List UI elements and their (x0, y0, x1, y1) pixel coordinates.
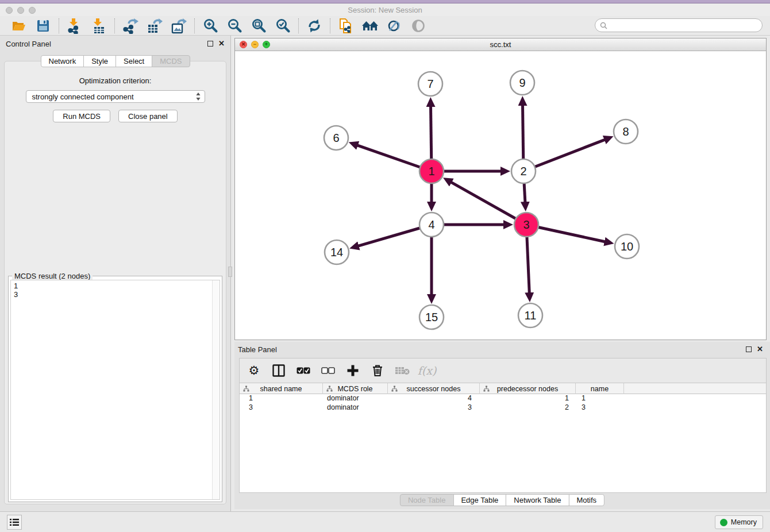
close-panel-button[interactable]: Close panel (118, 110, 178, 122)
gear-icon[interactable]: ⚙ (247, 363, 261, 378)
column-header-mcds-role[interactable]: MCDS role (323, 383, 388, 394)
toolbar-separator (330, 18, 330, 33)
mcds-result-title: MCDS result (2 nodes) (12, 272, 93, 280)
run-mcds-button[interactable]: Run MCDS (53, 110, 110, 122)
network-view-window: ✕ − + scc.txt 7968124314101511 (234, 38, 767, 340)
table-panel: Table Panel ✕ ⚙ (234, 342, 770, 509)
function-builder-icon[interactable]: f(x) (419, 363, 434, 378)
node-2[interactable]: 2 (511, 159, 536, 183)
task-history-button[interactable] (7, 515, 22, 530)
delete-table-icon[interactable] (395, 363, 410, 378)
export-table-icon[interactable] (146, 18, 163, 34)
svg-text:14: 14 (330, 246, 343, 259)
table-tab-node-table[interactable]: Node Table (400, 494, 454, 506)
table-tab-motifs[interactable]: Motifs (568, 494, 605, 506)
vertical-splitter-grip[interactable] (228, 267, 232, 277)
float-panel-icon[interactable] (207, 41, 213, 47)
zoom-in-icon[interactable] (202, 18, 219, 34)
edge-2-8[interactable] (523, 140, 605, 171)
table-tab-edge-table[interactable]: Edge Table (453, 494, 506, 506)
svg-text:3: 3 (523, 218, 529, 231)
toolbar-separator (194, 18, 195, 33)
network-window-title: scc.txt (235, 40, 766, 49)
export-image-icon[interactable] (170, 18, 187, 34)
table-row[interactable]: 3dominator323 (240, 403, 766, 413)
table-panel-tabs: Node TableEdge TableNetwork TableMotifs (400, 494, 605, 506)
export-network-icon[interactable] (122, 18, 139, 34)
toolbar-separator (59, 18, 59, 33)
control-panel-tabs: NetworkStyleSelectMCDS (40, 55, 190, 67)
node-6[interactable]: 6 (324, 126, 348, 150)
search-icon (600, 22, 607, 29)
deselect-all-icon[interactable] (321, 363, 336, 378)
attribute-type-icon (326, 385, 333, 392)
select-all-icon[interactable] (296, 363, 311, 378)
column-header-shared-name[interactable]: shared name (240, 383, 323, 394)
refresh-icon[interactable] (306, 18, 323, 34)
table-toolbar: ⚙ f(x) (240, 358, 766, 383)
select-chevrons-icon (195, 92, 201, 101)
list-icon (10, 518, 19, 526)
main-toolbar (0, 16, 770, 36)
clone-network-icon[interactable] (337, 18, 355, 34)
column-header-predecessor-nodes[interactable]: predecessor nodes (480, 383, 576, 394)
hide-panels-icon[interactable] (386, 18, 403, 34)
zoom-fit-icon[interactable] (250, 18, 267, 34)
tab-network[interactable]: Network (40, 55, 84, 67)
status-bar: Memory (0, 511, 770, 532)
search-input[interactable] (607, 20, 762, 30)
node-1[interactable]: 1 (419, 159, 444, 183)
network-graph-svg: 7968124314101511 (235, 51, 766, 340)
close-panel-icon[interactable]: ✕ (218, 41, 225, 47)
add-column-icon[interactable] (345, 363, 360, 378)
zoom-out-icon[interactable] (226, 18, 243, 34)
close-table-panel-icon[interactable]: ✕ (757, 346, 763, 352)
control-panel-title: Control Panel (6, 40, 51, 48)
tab-select[interactable]: Select (116, 55, 152, 67)
birdseye-icon[interactable] (410, 18, 427, 34)
save-session-icon[interactable] (34, 18, 52, 34)
mcds-result-area[interactable]: 1 3 (10, 280, 220, 500)
column-header-name[interactable]: name (576, 383, 624, 394)
memory-status-icon (720, 519, 727, 526)
node-15[interactable]: 15 (419, 305, 444, 329)
mcds-result-group: MCDS result (2 nodes) 1 3 (8, 276, 222, 502)
tab-style[interactable]: Style (83, 55, 116, 67)
svg-text:7: 7 (427, 78, 433, 90)
svg-text:2: 2 (520, 165, 526, 178)
svg-text:15: 15 (425, 311, 438, 323)
table-header-row: shared name MCDS role successor nodes pr… (240, 383, 766, 394)
node-9[interactable]: 9 (510, 71, 534, 95)
node-4[interactable]: 4 (419, 213, 444, 237)
result-scrollbar[interactable] (212, 280, 220, 499)
columns-icon[interactable] (271, 363, 286, 378)
table-row[interactable]: 1dominator411 (240, 394, 766, 403)
tab-mcds[interactable]: MCDS (152, 55, 190, 67)
node-11[interactable]: 11 (518, 303, 542, 327)
node-14[interactable]: 14 (325, 240, 349, 264)
import-network-icon[interactable] (66, 18, 83, 34)
float-table-panel-icon[interactable] (746, 346, 752, 352)
optimization-criterion-select[interactable]: strongly connected component (26, 90, 205, 103)
search-box[interactable] (595, 18, 763, 32)
node-8[interactable]: 8 (614, 119, 638, 144)
svg-text:1: 1 (428, 165, 434, 178)
delete-column-icon[interactable] (370, 363, 385, 378)
column-header-successor-nodes[interactable]: successor nodes (388, 383, 480, 394)
svg-text:9: 9 (519, 76, 525, 89)
node-7[interactable]: 7 (418, 72, 442, 96)
memory-button[interactable]: Memory (715, 515, 763, 529)
zoom-selected-icon[interactable] (274, 18, 291, 34)
svg-text:8: 8 (622, 125, 629, 138)
open-session-icon[interactable] (10, 18, 28, 34)
edge-3-1[interactable] (451, 182, 526, 225)
svg-text:10: 10 (621, 240, 633, 253)
selected-option: strongly connected component (32, 92, 195, 101)
node-3[interactable]: 3 (514, 213, 538, 237)
network-canvas[interactable]: 7968124314101511 (235, 51, 766, 340)
table-tab-network-table[interactable]: Network Table (506, 494, 569, 506)
node-10[interactable]: 10 (615, 234, 639, 259)
import-table-icon[interactable] (90, 18, 107, 34)
network-window-titlebar[interactable]: ✕ − + scc.txt (235, 38, 766, 51)
home-icon[interactable] (361, 18, 379, 34)
